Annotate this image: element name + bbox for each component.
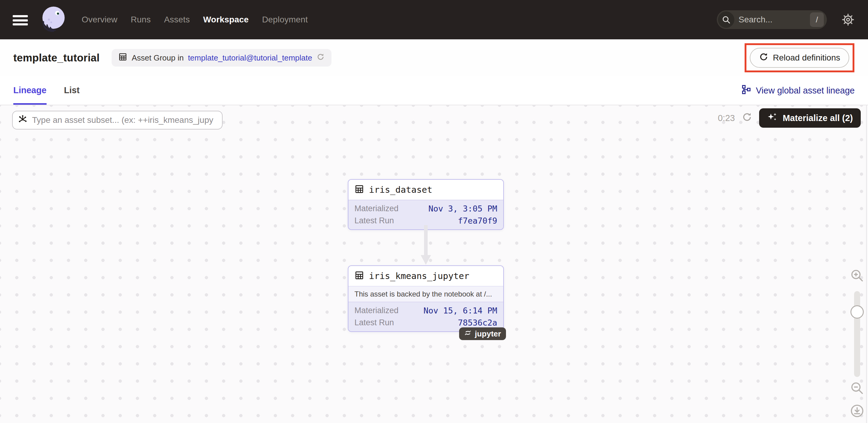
badge-reload-icon[interactable] [316,53,325,63]
canvas-refresh-icon[interactable] [742,112,752,124]
view-global-asset-lineage-link[interactable]: View global asset lineage [741,76,855,105]
asset-name: iris_dataset [369,185,433,195]
jupyter-icon [464,329,472,339]
lineage-graph-icon [741,84,751,97]
canvas-actions: 0:23 Materialize all (2) [718,108,861,128]
asset-node-iris-dataset[interactable]: iris_dataset Materialized Nov 3, 3:05 PM… [348,179,504,230]
latest-run-label: Latest Run [354,216,394,225]
nav-item-deployment[interactable]: Deployment [262,15,308,25]
compute-kind-tag-jupyter[interactable]: jupyter [459,327,506,340]
asset-group-badge: Asset Group in template_tutorial@tutoria… [112,49,332,66]
materialized-label: Materialized [354,306,399,315]
reload-definitions-button[interactable]: Reload definitions [750,48,849,68]
table-grid-icon [118,52,127,64]
view-global-asset-lineage-label: View global asset lineage [756,86,855,96]
nav-item-overview[interactable]: Overview [82,15,117,25]
nav-item-workspace[interactable]: Workspace [203,15,249,25]
dagster-logo-icon[interactable] [39,4,68,35]
search-input[interactable] [734,15,810,25]
asset-node-header: iris_kmeans_jupyter [348,266,503,286]
settings-gear-icon[interactable] [841,12,855,27]
nav-item-assets[interactable]: Assets [164,15,190,25]
canvas-right-divider [866,105,867,423]
zoom-controls [849,269,866,418]
asset-graph-icon [18,114,28,126]
asset-subset-filter[interactable] [12,111,223,129]
top-nav-bar: Overview Runs Assets Workspace Deploymen… [0,0,868,39]
tab-list[interactable]: List [64,76,80,105]
menu-hamburger-icon[interactable] [13,15,28,25]
download-image-icon[interactable] [850,404,864,418]
sparkle-icon [767,112,778,125]
asset-name: iris_kmeans_jupyter [369,271,469,281]
table-grid-icon [354,271,364,281]
asset-node-stats: Materialized Nov 15, 6:14 PM Latest Run … [348,302,503,331]
page-header: template_tutorial Asset Group in templat… [0,39,868,76]
zoom-in-icon[interactable] [850,269,864,282]
table-grid-icon [354,184,364,195]
view-tabs: Lineage List View global asset lineage [0,76,868,105]
tab-lineage[interactable]: Lineage [13,76,46,105]
materialize-all-label: Materialize all (2) [783,113,853,123]
search-shortcut-key: / [810,12,824,27]
materialized-time-link[interactable]: Nov 3, 3:05 PM [428,204,497,213]
latest-run-link[interactable]: 78536c2a [458,318,497,327]
primary-nav: Overview Runs Assets Workspace Deploymen… [82,15,308,25]
repo-location-link[interactable]: template_tutorial@tutorial_template [188,53,312,63]
zoom-slider-thumb[interactable] [850,305,864,319]
refresh-timer: 0:23 [718,113,735,123]
annotation-highlight-box: Reload definitions [745,43,855,72]
latest-run-label: Latest Run [354,318,394,327]
asset-node-iris-kmeans-jupyter[interactable]: iris_kmeans_jupyter This asset is backed… [348,265,504,332]
global-search[interactable]: / [717,10,827,29]
materialize-all-button[interactable]: Materialize all (2) [759,108,861,128]
reload-icon [759,52,769,64]
zoom-out-icon[interactable] [850,381,864,395]
materialized-label: Materialized [354,204,399,213]
zoom-slider[interactable] [854,291,860,377]
search-icon [718,11,734,28]
lineage-edge-arrow [420,225,432,266]
lineage-canvas[interactable]: 0:23 Materialize all (2) iris_dataset Ma… [0,105,868,423]
materialized-time-link[interactable]: Nov 15, 6:14 PM [424,306,497,315]
latest-run-link[interactable]: f7ea70f9 [458,216,497,225]
page-title: template_tutorial [13,52,99,64]
reload-definitions-label: Reload definitions [773,53,840,63]
asset-description: This asset is backed by the notebook at … [348,286,503,302]
asset-node-header: iris_dataset [348,180,503,200]
asset-subset-input[interactable] [28,115,217,125]
nav-item-runs[interactable]: Runs [131,15,151,25]
asset-group-badge-prefix: Asset Group in [131,53,184,63]
compute-kind-tag-label: jupyter [475,329,501,339]
